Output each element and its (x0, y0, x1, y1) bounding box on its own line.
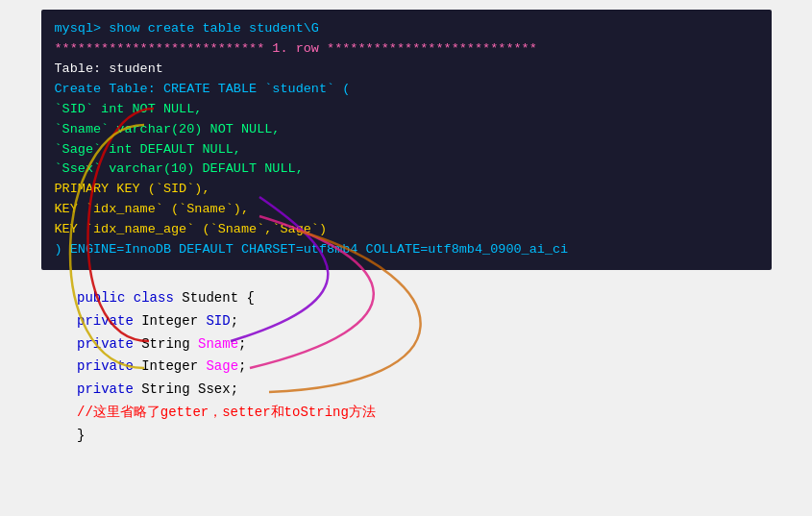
java-field-sid: private Integer SID; (77, 310, 735, 333)
engine-line: ) ENGINE=InnoDB DEFAULT CHARSET=utf8mb4 … (55, 242, 569, 257)
sage-field: `Sage` int DEFAULT NULL, (55, 142, 241, 157)
terminal-field1: `SID` int NOT NULL, (55, 100, 758, 120)
java-field-ssex: private String Ssex; (77, 379, 735, 402)
java-close-brace: } (77, 425, 735, 448)
create-label: Create Table: CREATE TABLE `student` ( (55, 82, 351, 96)
java-comment: //这里省略了getter，setter和toString方法 (77, 402, 735, 425)
terminal-field3: `Sage` int DEFAULT NULL, (55, 140, 758, 160)
ssex-field: `Ssex` varchar(10) DEFAULT NULL, (55, 161, 304, 176)
terminal-key1: KEY `idx_name` (`Sname`), (55, 200, 758, 220)
mysql-prompt: mysql> show create table student\G (55, 21, 319, 36)
terminal-prompt-line: mysql> show create table student\G (55, 19, 758, 39)
terminal-create-line: Create Table: CREATE TABLE `student` ( (55, 80, 758, 100)
stars-decoration: *************************** 1. row *****… (55, 41, 537, 56)
terminal-engine: ) ENGINE=InnoDB DEFAULT CHARSET=utf8mb4 … (55, 240, 758, 260)
java-field-sage: private Integer Sage; (77, 356, 735, 379)
key1-line: KEY `idx_name` (`Sname`), (55, 202, 250, 216)
terminal-table-line: Table: student (55, 60, 758, 80)
sname-field: `Sname` varchar(20) NOT NULL, (55, 122, 281, 136)
terminal-stars: *************************** 1. row *****… (55, 39, 758, 60)
java-field-sname: private String Sname; (77, 333, 735, 356)
table-label: Table: student (55, 61, 163, 76)
sid-field: `SID` int NOT NULL, (55, 102, 203, 116)
terminal-field2: `Sname` varchar(20) NOT NULL, (55, 120, 758, 140)
primary-key-line: PRIMARY KEY (`SID`), (55, 182, 210, 196)
java-block: public class Student { private Integer S… (0, 270, 812, 457)
terminal-pk: PRIMARY KEY (`SID`), (55, 180, 758, 200)
key2-line: KEY `idx_name_age` (`Sname`,`Sage`) (55, 222, 328, 236)
terminal-field4: `Ssex` varchar(10) DEFAULT NULL, (55, 160, 758, 180)
terminal-block: mysql> show create table student\G *****… (41, 10, 772, 270)
java-class-line: public class Student { (77, 287, 735, 310)
terminal-key2: KEY `idx_name_age` (`Sname`,`Sage`) (55, 220, 758, 240)
